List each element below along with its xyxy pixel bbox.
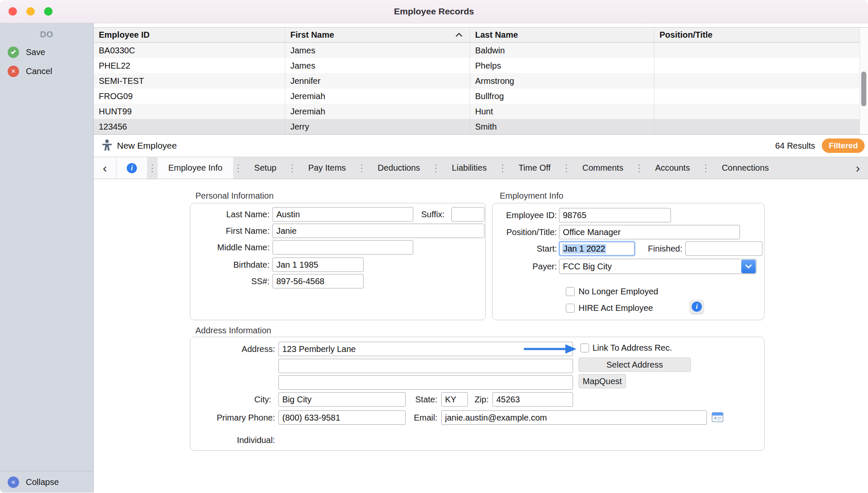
birthdate-input[interactable] xyxy=(273,258,364,272)
tab-connections[interactable]: Connections xyxy=(711,157,779,179)
cancel-x-icon: × xyxy=(8,66,19,77)
chevron-left-icon: ‹ xyxy=(103,161,107,175)
collapse-button[interactable]: « Collapse xyxy=(0,476,67,488)
info-icon: i xyxy=(692,302,702,312)
table-row[interactable]: HUNT99 Jeremiah Hunt xyxy=(94,104,868,119)
table-row[interactable]: SEMI-TEST Jennifer Armstrong xyxy=(94,73,868,89)
last-name-label: Last Name: xyxy=(190,207,270,222)
email-input[interactable] xyxy=(441,410,707,425)
cell-last-name: Smith xyxy=(470,119,654,134)
main-content: Employee ID First Name Last Name Positio… xyxy=(94,23,868,493)
tab-deductions[interactable]: Deductions xyxy=(367,157,431,179)
column-header-position[interactable]: Position/Title xyxy=(654,28,868,42)
tab-scroll-right-button[interactable]: › xyxy=(848,157,868,179)
cancel-button[interactable]: × Cancel xyxy=(0,62,93,81)
table-row[interactable]: FROG09 Jeremiah Bullfrog xyxy=(94,89,868,104)
record-status-bar: New Employee 64 Results Filtered xyxy=(94,135,868,157)
column-header-label: First Name xyxy=(290,30,334,40)
link-to-address-checkbox[interactable] xyxy=(580,343,589,352)
cell-employee-id: 123456 xyxy=(94,119,285,134)
cell-first-name: Jeremiah xyxy=(285,104,470,119)
column-header-last-name[interactable]: Last Name xyxy=(470,28,654,42)
address-line2-input[interactable] xyxy=(278,359,573,373)
hire-act-checkbox[interactable] xyxy=(566,304,575,313)
employment-info-title: Employment Info xyxy=(500,191,563,201)
cell-position xyxy=(654,73,868,89)
save-button[interactable]: Save xyxy=(0,43,93,62)
cell-position xyxy=(654,58,868,73)
save-check-icon xyxy=(8,47,19,58)
city-input[interactable] xyxy=(278,392,406,407)
column-header-first-name[interactable]: First Name xyxy=(285,28,470,42)
tab-employee-info[interactable]: Employee Info xyxy=(158,157,233,179)
finished-date-input[interactable] xyxy=(685,241,762,256)
table-scrollbar[interactable] xyxy=(860,28,868,134)
state-input[interactable] xyxy=(441,392,468,407)
person-icon xyxy=(102,139,112,152)
tab-label: Employee Info xyxy=(168,163,223,173)
tab-separator: ⋮ xyxy=(431,157,441,179)
chevron-down-icon xyxy=(745,264,752,269)
table-row[interactable]: PHEL22 James Phelps xyxy=(94,58,868,73)
payer-select[interactable]: FCC Big City xyxy=(559,259,757,274)
suffix-input[interactable] xyxy=(451,207,484,222)
cell-last-name: Phelps xyxy=(470,58,654,73)
payer-dropdown-button[interactable] xyxy=(741,260,756,273)
scrollbar-thumb[interactable] xyxy=(861,72,866,106)
tab-comments[interactable]: Comments xyxy=(572,157,634,179)
first-name-label: First Name: xyxy=(190,224,270,238)
position-title-label: Position/Title: xyxy=(492,225,557,239)
do-sidebar: DO Save × Cancel « Collapse xyxy=(0,23,94,493)
cell-position xyxy=(654,104,868,119)
hire-act-label: HIRE Act Employee xyxy=(579,303,653,313)
mapquest-button[interactable]: MapQuest xyxy=(579,374,626,388)
tab-setup[interactable]: Setup xyxy=(244,157,287,179)
middle-name-input[interactable] xyxy=(273,240,413,255)
tab-label: Deductions xyxy=(378,163,420,173)
column-header-label: Employee ID xyxy=(99,30,150,40)
tab-pay-items[interactable]: Pay Items xyxy=(298,157,356,179)
contact-card-icon[interactable] xyxy=(711,411,724,425)
select-address-button[interactable]: Select Address xyxy=(579,357,691,372)
tab-label: Comments xyxy=(582,163,623,173)
zip-input[interactable] xyxy=(492,392,573,407)
no-longer-employed-checkbox[interactable] xyxy=(566,287,575,296)
payer-value: FCC Big City xyxy=(563,262,612,271)
state-label: State: xyxy=(402,392,437,407)
record-info-button[interactable]: i xyxy=(117,157,147,179)
collapse-label: Collapse xyxy=(26,477,59,487)
middle-name-label: Middle Name: xyxy=(190,240,270,255)
annotation-arrow-icon xyxy=(523,343,577,357)
table-row[interactable]: BA0330C James Baldwin xyxy=(94,43,868,58)
tab-separator: ⋮ xyxy=(356,157,367,179)
tab-time-off[interactable]: Time Off xyxy=(508,157,561,179)
address-line3-input[interactable] xyxy=(278,375,573,390)
tab-liabilities[interactable]: Liabilities xyxy=(441,157,497,179)
suffix-label: Suffix: xyxy=(385,207,445,222)
column-header-employee-id[interactable]: Employee ID xyxy=(94,28,285,42)
employee-id-input[interactable] xyxy=(559,208,671,222)
tab-label: Time Off xyxy=(518,163,551,173)
ssn-label: SS#: xyxy=(190,274,270,288)
filtered-badge[interactable]: Filtered xyxy=(822,138,865,153)
tab-label: Setup xyxy=(254,163,276,173)
results-count: 64 Results xyxy=(775,141,815,151)
cell-last-name: Hunt xyxy=(470,104,654,119)
primary-phone-input[interactable] xyxy=(278,410,406,425)
cell-position xyxy=(654,119,868,134)
ssn-input[interactable] xyxy=(273,274,364,288)
tab-label: Pay Items xyxy=(308,163,346,173)
birthdate-label: Birthdate: xyxy=(190,258,270,272)
employee-form: Personal Information Last Name: Suffix: … xyxy=(94,179,868,493)
link-to-address-label: Link To Address Rec. xyxy=(593,343,672,353)
tab-separator: ⋮ xyxy=(701,157,711,179)
hire-act-info-button[interactable]: i xyxy=(690,300,704,313)
tab-scroll-left-button[interactable]: ‹ xyxy=(94,157,117,179)
tab-accounts[interactable]: Accounts xyxy=(645,157,701,179)
table-row[interactable]: 123456 Jerry Smith xyxy=(94,119,868,134)
position-title-input[interactable] xyxy=(559,225,740,239)
tab-separator: ⋮ xyxy=(634,157,645,179)
chevron-right-icon: › xyxy=(856,161,860,175)
first-name-input[interactable] xyxy=(273,224,484,238)
employee-records-window: Employee Records DO Save × Cancel « Coll… xyxy=(0,0,868,493)
